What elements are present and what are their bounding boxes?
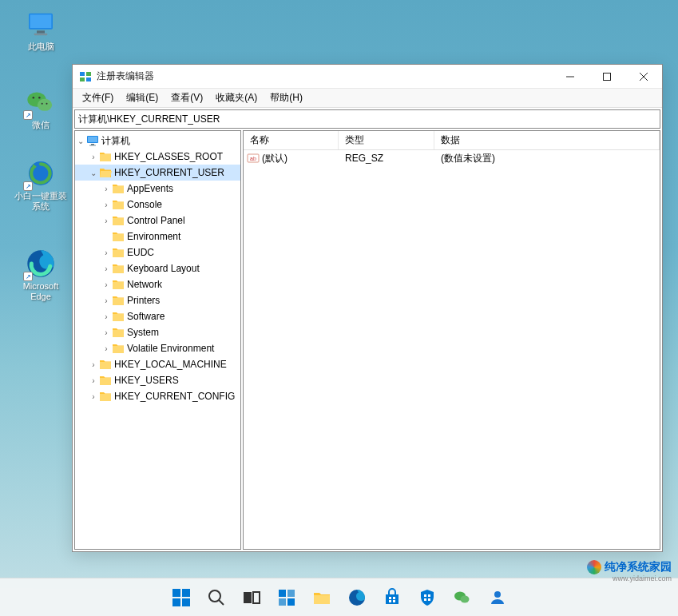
widgets-button[interactable]: [271, 582, 303, 614]
value-name: (默认): [262, 152, 339, 165]
taskbar: [0, 578, 678, 616]
tree-label: Network: [127, 279, 162, 290]
svg-rect-48: [428, 598, 430, 601]
tree-item[interactable]: ›System: [75, 324, 240, 340]
desktop-icon-reinstall[interactable]: ↗ 小白一键重装 系统: [11, 157, 70, 212]
watermark-text: 纯净系统家园: [605, 560, 672, 574]
tree-item[interactable]: ›Printers: [75, 292, 240, 308]
tree-label: HKEY_CURRENT_CONFIG: [114, 391, 235, 402]
svg-rect-22: [88, 137, 97, 142]
tree-arrow-icon[interactable]: ›: [88, 376, 99, 385]
tree-item[interactable]: ›EUDC: [75, 244, 240, 260]
svg-rect-14: [86, 72, 91, 76]
svg-point-5: [38, 99, 52, 111]
menu-file[interactable]: 文件(F): [76, 89, 120, 106]
tree-arrow-icon[interactable]: ›: [101, 217, 112, 225]
tree-label: Volatile Environment: [127, 343, 214, 354]
tree-arrow-icon[interactable]: ›: [101, 185, 112, 193]
explorer-button[interactable]: [306, 582, 338, 614]
desktop-icon-wechat[interactable]: ↗ 微信: [11, 86, 70, 130]
titlebar[interactable]: 注册表编辑器: [73, 65, 662, 89]
tree-item[interactable]: ›Volatile Environment: [75, 340, 240, 356]
tree-label: Console: [127, 199, 162, 210]
tree-label: HKEY_LOCAL_MACHINE: [114, 359, 227, 370]
menu-edit[interactable]: 编辑(E): [120, 89, 165, 106]
svg-rect-39: [314, 595, 330, 604]
tree-arrow-icon[interactable]: ›: [101, 328, 112, 337]
tree-arrow-icon[interactable]: ⌄: [75, 137, 86, 145]
tree-item[interactable]: ›Console: [75, 197, 240, 213]
tree-label: 计算机: [101, 134, 130, 148]
tree-label: EUDC: [127, 247, 154, 258]
svg-rect-2: [37, 30, 45, 33]
tree-view[interactable]: ⌄计算机›HKEY_CLASSES_ROOT⌄HKEY_CURRENT_USER…: [74, 130, 241, 550]
window-controls: [552, 65, 662, 88]
svg-line-32: [219, 600, 224, 605]
desktop-icon-this-pc[interactable]: 此电脑: [11, 8, 70, 52]
menu-view[interactable]: 查看(V): [165, 89, 209, 106]
security-button[interactable]: [411, 582, 443, 614]
tree-item[interactable]: ›Control Panel: [75, 213, 240, 229]
tree-arrow-icon[interactable]: ›: [101, 296, 112, 305]
tree-label: Environment: [127, 231, 180, 242]
taskview-button[interactable]: [236, 582, 268, 614]
menu-help[interactable]: 帮助(H): [264, 89, 309, 106]
list-view[interactable]: 名称 类型 数据 ab(默认)REG_SZ(数值未设置): [243, 130, 660, 550]
regedit-icon: [79, 70, 92, 83]
tree-label: Software: [127, 311, 165, 322]
menu-favorites[interactable]: 收藏夹(A): [209, 89, 264, 106]
value-type: REG_SZ: [339, 153, 434, 164]
svg-point-7: [38, 97, 41, 99]
svg-rect-30: [182, 598, 190, 606]
desktop-icon-label: 此电脑: [28, 42, 54, 52]
list-row[interactable]: ab(默认)REG_SZ(数值未设置): [244, 150, 660, 166]
column-type[interactable]: 类型: [339, 131, 434, 149]
desktop-icon-edge[interactable]: ↗ Microsoft Edge: [11, 248, 70, 302]
svg-rect-35: [279, 590, 286, 597]
maximize-button[interactable]: [589, 65, 625, 88]
store-button[interactable]: [376, 582, 408, 614]
tree-item[interactable]: ›Network: [75, 276, 240, 292]
tree-item[interactable]: ⌄HKEY_CURRENT_USER: [75, 165, 240, 181]
tree-arrow-icon[interactable]: ›: [101, 201, 112, 209]
tree-item[interactable]: ›HKEY_CLASSES_ROOT: [75, 149, 240, 165]
tree-arrow-icon[interactable]: ›: [88, 153, 99, 161]
tree-item[interactable]: ›HKEY_LOCAL_MACHINE: [75, 356, 240, 372]
tree-item[interactable]: ›AppEvents: [75, 181, 240, 197]
svg-rect-37: [279, 598, 286, 606]
tree-arrow-icon[interactable]: ›: [101, 264, 112, 273]
tree-arrow-icon[interactable]: ›: [88, 360, 99, 369]
svg-rect-41: [389, 597, 391, 599]
column-data[interactable]: 数据: [434, 131, 660, 149]
tree-arrow-icon[interactable]: ›: [101, 344, 112, 353]
search-button[interactable]: [200, 582, 232, 614]
tree-arrow-icon[interactable]: ⌄: [88, 169, 99, 177]
tree-item[interactable]: Environment: [75, 229, 240, 244]
svg-rect-3: [34, 34, 48, 36]
tree-arrow-icon[interactable]: ›: [101, 312, 112, 321]
content-area: ⌄计算机›HKEY_CLASSES_ROOT⌄HKEY_CURRENT_USER…: [73, 130, 662, 551]
start-button[interactable]: [165, 582, 197, 614]
computer-icon: [25, 8, 57, 40]
tree-arrow-icon[interactable]: ›: [101, 280, 112, 289]
tree-arrow-icon[interactable]: ›: [88, 392, 99, 401]
close-button[interactable]: [625, 65, 662, 88]
svg-rect-36: [287, 590, 295, 597]
tree-item[interactable]: ›Software: [75, 308, 240, 324]
svg-rect-43: [389, 600, 391, 602]
tree-item[interactable]: ›HKEY_USERS: [75, 372, 240, 388]
svg-rect-18: [604, 73, 611, 80]
tree-arrow-icon[interactable]: ›: [101, 248, 112, 257]
tree-item[interactable]: ›Keyboard Layout: [75, 260, 240, 276]
tree-label: System: [127, 327, 159, 338]
tree-label: Printers: [127, 295, 160, 306]
wechat-button[interactable]: [446, 582, 478, 614]
edge-icon: ↗: [25, 248, 57, 280]
column-name[interactable]: 名称: [244, 131, 339, 149]
address-bar[interactable]: 计算机\HKEY_CURRENT_USER: [74, 109, 660, 129]
tree-item[interactable]: ›HKEY_CURRENT_CONFIG: [75, 388, 240, 404]
app-button[interactable]: [482, 582, 513, 614]
edge-button[interactable]: [341, 582, 373, 614]
minimize-button[interactable]: [552, 65, 589, 88]
tree-item[interactable]: ⌄计算机: [75, 133, 240, 149]
